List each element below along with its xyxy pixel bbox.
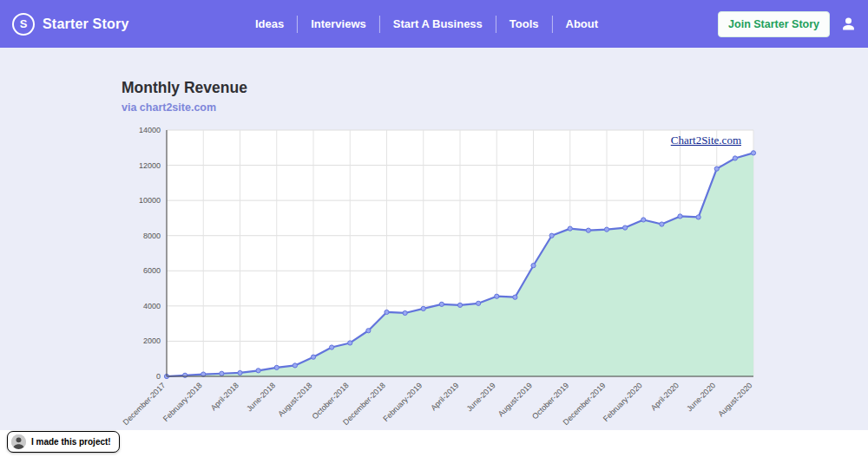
watermark-link[interactable]: Chart2Site.com — [671, 134, 741, 147]
nav-item-about[interactable]: About — [552, 16, 612, 33]
svg-text:October-2018: October-2018 — [311, 381, 351, 421]
svg-text:June-2018: June-2018 — [245, 381, 277, 413]
nav-item-tools[interactable]: Tools — [496, 16, 552, 33]
main-nav: Ideas Interviews Start A Business Tools … — [242, 0, 611, 48]
join-button[interactable]: Join Starter Story — [718, 11, 830, 37]
maker-avatar — [11, 434, 26, 449]
svg-text:April-2019: April-2019 — [429, 381, 460, 412]
svg-text:6000: 6000 — [143, 266, 161, 275]
svg-text:December-2017: December-2017 — [122, 381, 167, 427]
svg-text:August-2018: August-2018 — [276, 381, 313, 418]
svg-text:June-2020: June-2020 — [685, 381, 717, 413]
chart-section: Monthly Revenue via chart2site.com 02000… — [122, 48, 771, 435]
project-badge[interactable]: I made this project! — [7, 431, 120, 453]
svg-text:April-2020: April-2020 — [649, 381, 681, 412]
project-badge-label: I made this project! — [31, 437, 111, 447]
svg-text:June-2019: June-2019 — [465, 381, 497, 413]
svg-text:August-2020: August-2020 — [716, 381, 753, 418]
svg-text:August-2019: August-2019 — [496, 381, 534, 418]
svg-text:April-2018: April-2018 — [209, 381, 240, 412]
svg-text:2000: 2000 — [143, 336, 161, 345]
chart-canvas: 02000400060008000100001200014000December… — [122, 120, 771, 435]
svg-text:October-2019: October-2019 — [530, 381, 570, 421]
brand-name[interactable]: Starter Story — [43, 16, 129, 32]
svg-text:0: 0 — [156, 372, 161, 381]
user-account-icon[interactable] — [841, 16, 856, 31]
nav-item-start-a-business[interactable]: Start A Business — [379, 16, 496, 33]
nav-item-ideas[interactable]: Ideas — [242, 16, 297, 33]
brand-logo-icon[interactable]: S — [12, 13, 35, 36]
brand[interactable]: S Starter Story — [12, 13, 129, 36]
chart-title: Monthly Revenue — [122, 79, 771, 97]
svg-text:14000: 14000 — [139, 126, 161, 134]
revenue-area-chart: 02000400060008000100001200014000December… — [122, 120, 771, 435]
chart-source-link[interactable]: via chart2site.com — [122, 101, 771, 114]
svg-text:10000: 10000 — [139, 196, 161, 205]
svg-text:4000: 4000 — [143, 302, 161, 310]
navbar-right: Join Starter Story — [718, 11, 856, 37]
svg-text:12000: 12000 — [139, 161, 161, 170]
svg-text:8000: 8000 — [143, 232, 161, 240]
main-content: Monthly Revenue via chart2site.com 02000… — [0, 48, 868, 430]
top-navbar: S Starter Story Ideas Interviews Start A… — [0, 0, 868, 48]
svg-text:February-2019: February-2019 — [381, 381, 424, 423]
svg-text:February-2020: February-2020 — [602, 381, 644, 423]
nav-item-interviews[interactable]: Interviews — [297, 16, 379, 33]
svg-text:February-2018: February-2018 — [161, 381, 204, 423]
